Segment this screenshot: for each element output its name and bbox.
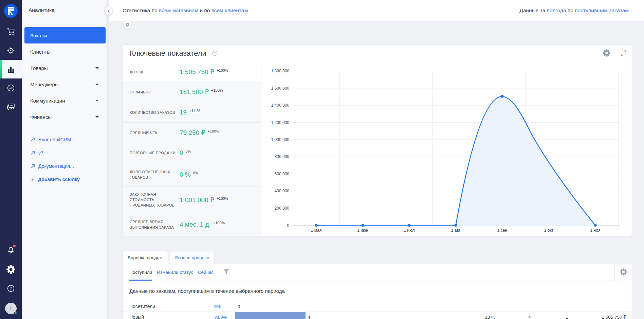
metric-delta: 0% — [193, 171, 199, 175]
external-link-1[interactable]: v7 — [22, 146, 109, 159]
topbar-left-middle: и по — [198, 7, 211, 13]
funnel-subtab-label: Сейчас — [198, 270, 214, 275]
chart-point[interactable] — [594, 224, 596, 227]
metric-row-7[interactable]: СРЕДНЕЕ ВРЕМЯ ВЫПОЛНЕНИЯ ЗАКАЗА4 мес. 1 … — [123, 213, 261, 236]
external-link-0[interactable]: Блог retailCRM — [22, 133, 109, 146]
metric-value: 0 %0% — [180, 171, 199, 178]
metric-row-4[interactable]: ПОВТОРНЫЕ ПРОДАЖИ00% — [123, 143, 261, 163]
retailcrm-logo[interactable] — [4, 4, 18, 18]
rail-item-notifications[interactable] — [0, 241, 22, 260]
expand-icon — [620, 50, 627, 57]
external-arrow-icon — [31, 164, 35, 168]
metric-row-6[interactable]: ЗАКУПОЧНАЯ СТОИМОСТЬ ПРОДАННЫХ ТОВАРОВ1 … — [123, 186, 261, 213]
gear-icon — [620, 268, 627, 277]
order-type-link[interactable]: поступившим заказам — [575, 7, 629, 14]
metric-label: ДОЛЯ ОТМЕНЕННЫХ ТОВАРОВ — [130, 169, 180, 180]
bar-chart-icon — [7, 65, 15, 73]
funnel-row-percent: 0% — [214, 304, 235, 309]
chart-point[interactable] — [361, 224, 364, 227]
metric-delta: 0% — [186, 149, 191, 153]
funnel-tab-0[interactable]: Воронка продаж — [122, 251, 168, 264]
funnel-subtab-1[interactable]: Изменили статус — [157, 264, 193, 281]
rail-item-geo[interactable] — [0, 41, 22, 60]
sidebar-item-0[interactable]: Заказы — [24, 27, 106, 43]
period-link[interactable]: полгода — [547, 7, 566, 14]
metric-row-0[interactable]: ДОХОД1 505 750 ₽+100% — [123, 62, 261, 82]
y-tick-label: 0 — [287, 223, 289, 228]
metric-value: 19+111% — [180, 109, 200, 116]
chart-point[interactable] — [315, 224, 317, 227]
kpi-card-header: Ключевые показатели ? — [123, 45, 632, 62]
rail-item-analytics[interactable] — [0, 60, 22, 78]
rail-item-tasks[interactable] — [0, 78, 22, 97]
dashboard-settings-button[interactable] — [124, 21, 131, 29]
topbar-right-prefix: Данные за — [519, 7, 547, 13]
funnel-bar — [235, 312, 306, 319]
y-tick-label: 1 200 000 — [271, 120, 290, 125]
rail-item-settings[interactable] — [0, 260, 22, 279]
all-clients-link[interactable]: всем клиентам — [211, 7, 248, 14]
sidebar-item-4[interactable]: Коммуникации — [22, 92, 109, 109]
y-tick-label: 1 600 000 — [271, 86, 290, 91]
main-area: Статистика по всем магазинам и по всем к… — [109, 0, 644, 319]
kpi-card-actions — [598, 45, 632, 62]
sidebar-item-3[interactable]: Менеджеры — [22, 76, 109, 92]
sidebar-item-1[interactable]: Клиенты — [22, 43, 109, 60]
funnel-tab-label: Бизнес-процесс — [175, 255, 209, 260]
rail-item-chats[interactable] — [0, 97, 22, 116]
sidebar-item-label: Менеджеры — [30, 82, 59, 87]
svg-text:?: ? — [10, 286, 12, 291]
kpi-expand-button[interactable] — [615, 45, 632, 62]
rail-bottom: ? Г — [0, 241, 22, 319]
kpi-chart: 0200 000400 000600 000800 0001 000 0001 … — [261, 62, 632, 236]
external-link-label: Блог retailCRM — [38, 137, 71, 142]
funnel-subtab-0[interactable]: Поступили — [129, 264, 152, 281]
x-tick-label: 1 ноя — [590, 228, 601, 233]
funnel-rows: Посетители0%0Новый33,3%413 ч.411 505 750… — [123, 301, 632, 319]
funnel-row-0[interactable]: Посетители0%0 — [123, 301, 632, 312]
add-link-button[interactable]: +Добавить ссылку — [22, 173, 109, 186]
sidebar-collapse-button[interactable] — [105, 7, 113, 15]
help-icon[interactable]: ? — [212, 51, 218, 56]
funnel-tab-1[interactable]: Бизнес-процесс — [170, 251, 215, 264]
metric-delta: +111% — [189, 109, 200, 113]
metric-row-5[interactable]: ДОЛЯ ОТМЕНЕННЫХ ТОВАРОВ0 %0% — [123, 163, 261, 186]
metric-value: 00% — [180, 149, 191, 157]
metric-delta: +100% — [211, 88, 223, 92]
rail-item-help[interactable]: ? — [0, 279, 22, 298]
all-shops-link[interactable]: всем магазинам — [159, 7, 198, 14]
topbar: Статистика по всем магазинам и по всем к… — [109, 0, 644, 21]
chart-point[interactable] — [408, 224, 410, 227]
sidebar-external-links: Блог retailCRMv7Документация...+Добавить… — [22, 128, 109, 186]
line-chart[interactable]: 0200 000400 000600 000800 0001 000 0001 … — [261, 62, 632, 236]
sidebar-item-2[interactable]: Товары — [22, 60, 109, 76]
kpi-card-body: ДОХОД1 505 750 ₽+100%ОПЛАЧЕНО151 500 ₽+1… — [123, 62, 632, 236]
external-link-2[interactable]: Документация... — [22, 159, 109, 173]
metric-label: КОЛИЧЕСТВО ЗАКАЗОВ — [130, 110, 180, 115]
funnel-row-label: Посетители — [129, 304, 214, 309]
metric-delta: +100% — [207, 129, 219, 133]
metric-value: 4 мес. 1 д.+100% — [180, 221, 225, 228]
metric-row-2[interactable]: КОЛИЧЕСТВО ЗАКАЗОВ19+111% — [123, 102, 261, 122]
chart-point[interactable] — [501, 95, 503, 98]
filter-icon — [223, 269, 229, 276]
funnel-row-barzone: 0 — [235, 301, 470, 312]
sidebar-item-label: Товары — [30, 65, 48, 71]
funnel-subtab-2[interactable]: Сейчас — [198, 264, 214, 281]
metric-row-1[interactable]: ОПЛАЧЕНО151 500 ₽+100% — [123, 82, 261, 102]
rail-item-profile[interactable]: Г — [0, 298, 22, 319]
sidebar-item-5[interactable]: Финансы — [22, 109, 109, 125]
funnel-settings-button[interactable] — [620, 268, 627, 277]
kpi-settings-button[interactable] — [598, 45, 615, 62]
question-icon: ? — [7, 284, 15, 293]
funnel-row-1[interactable]: Новый33,3%413 ч.411 505 750 ₽ — [123, 312, 632, 319]
chart-point[interactable] — [454, 224, 457, 227]
funnel-row-label: Новый — [129, 314, 214, 319]
kpi-card-title: Ключевые показатели — [130, 49, 206, 58]
x-tick-label: 1 июл — [404, 228, 415, 233]
x-tick-label: 1 сен — [497, 228, 507, 233]
metric-row-3[interactable]: СРЕДНИЙ ЧЕК79 250 ₽+100% — [123, 122, 261, 143]
filter-button[interactable] — [223, 269, 229, 276]
topbar-scope-text: Статистика по всем магазинам и по всем к… — [123, 7, 248, 14]
rail-item-orders[interactable] — [0, 22, 22, 41]
